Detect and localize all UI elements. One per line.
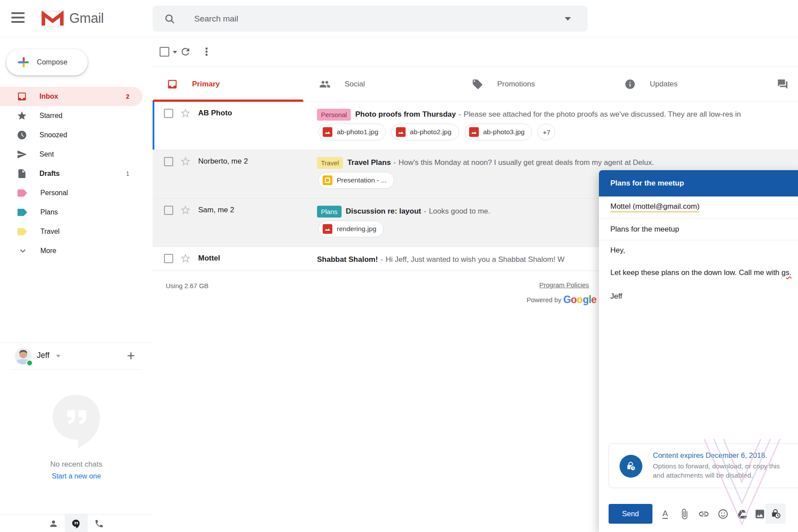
inbox-icon (167, 79, 178, 90)
drive-icon[interactable] (737, 508, 748, 520)
new-chat-plus-icon[interactable]: + (127, 346, 135, 365)
compose-header[interactable]: Plans for the meetup (599, 170, 798, 196)
lock-clock-icon (620, 455, 642, 478)
email-snippet: Hi Jeff, Just wanted to wish you a Shabb… (386, 255, 565, 264)
email-snippet: How's this Monday at noon? I usually get… (399, 158, 654, 167)
hangouts-tab[interactable] (65, 514, 88, 532)
compose-subject-field[interactable]: Plans for the meetup (599, 218, 798, 240)
sidebar-item-snoozed[interactable]: Snoozed (0, 125, 142, 145)
drafts-count: 1 (126, 170, 129, 177)
row-checkbox[interactable] (164, 157, 173, 166)
label-tag-icon (18, 189, 27, 197)
calls-tab[interactable] (88, 514, 110, 532)
no-recent-chats-text: No recent chats (0, 460, 153, 469)
sidebar-item-label: Snoozed (39, 131, 142, 139)
attachment-chip[interactable]: ab-photo3.jpg (465, 124, 532, 140)
formatting-options-icon[interactable]: A (659, 508, 671, 520)
attach-file-icon[interactable] (679, 508, 690, 520)
chat-profile-name[interactable]: Jeff (37, 351, 50, 360)
attachment-chip[interactable]: Presentation - ... (318, 172, 394, 189)
gmail-logo-icon (40, 10, 65, 28)
misspelled-word: gs. (781, 268, 791, 277)
sidebar-item-drafts[interactable]: Drafts 1 (0, 164, 142, 183)
attachment-chip[interactable]: rendering.jpg (318, 221, 384, 237)
more-options-icon[interactable]: ⋮ (201, 46, 212, 57)
hangouts-icon (71, 519, 81, 528)
recipient-chip[interactable]: Mottel (mottel@gmail.com) (610, 202, 699, 212)
sidebar-item-personal[interactable]: Personal (0, 183, 142, 203)
category-tabs: Primary Social Promotions Updates Forums (153, 67, 798, 102)
tab-social[interactable]: Social (305, 67, 458, 102)
more-attachments-chip[interactable]: +7 (538, 124, 555, 140)
tab-promotions[interactable]: Promotions (458, 67, 610, 102)
expiry-title: Content expires December 6, 2018. (653, 451, 767, 460)
slides-file-icon (323, 175, 332, 185)
attachment-chip[interactable]: ab-photo2.jpg (392, 124, 459, 140)
storage-usage: Using 2.67 GB (166, 282, 209, 289)
star-outline-icon[interactable] (180, 204, 191, 216)
star-outline-icon[interactable] (180, 107, 191, 119)
subject-snippet-separator: - (393, 158, 396, 167)
search-icon[interactable] (164, 13, 175, 25)
tab-updates[interactable]: Updates (610, 67, 763, 102)
expiry-detail: and attachments will be disabled. (653, 471, 753, 479)
row-checkbox[interactable] (164, 206, 173, 215)
start-new-chat-link[interactable]: Start a new one (0, 472, 153, 480)
tab-label: Primary (192, 80, 220, 89)
gmail-app: Gmail Compose Inbox 2 (0, 0, 798, 532)
label-chip-plans[interactable]: Plans (317, 206, 342, 218)
program-policies-link[interactable]: Program Policies (539, 281, 589, 289)
sidebar-item-plans[interactable]: Plans (0, 203, 142, 222)
sidebar-item-inbox[interactable]: Inbox 2 (0, 87, 142, 106)
star-outline-icon[interactable] (180, 156, 191, 167)
tag-icon (472, 79, 483, 90)
search-bar[interactable] (153, 6, 588, 32)
sidebar-item-sent[interactable]: Sent (0, 145, 142, 164)
email-subject: Shabbat Shalom! (317, 255, 378, 264)
body-line: Jeff (610, 292, 622, 301)
star-outline-icon[interactable] (180, 253, 191, 264)
chat-empty-state: No recent chats Start a new one (0, 393, 153, 480)
select-caret-icon[interactable] (173, 51, 177, 54)
insert-emoji-icon[interactable] (717, 508, 729, 520)
sidebar-item-travel[interactable]: Travel (0, 222, 142, 241)
email-sender: AB Photo (198, 109, 232, 118)
email-row-ab-photo[interactable]: AB Photo Personal Photo proofs from Thur… (153, 102, 798, 150)
sidebar-item-starred[interactable]: Starred (0, 106, 142, 125)
attachment-chip[interactable]: ab-photo1.jpg (318, 124, 386, 140)
contacts-tab[interactable] (42, 514, 65, 532)
sidebar-item-more[interactable]: More (0, 241, 142, 261)
main-menu-icon[interactable] (11, 12, 26, 25)
insert-link-icon[interactable] (698, 508, 709, 520)
search-input[interactable] (194, 6, 536, 32)
tab-primary[interactable]: Primary (153, 67, 305, 102)
subject-snippet-separator: - (424, 207, 426, 216)
attachment-chips: Presentation - ... (318, 172, 400, 189)
attachment-name: ab-photo1.jpg (337, 128, 378, 136)
send-icon (17, 149, 27, 160)
label-chip-personal[interactable]: Personal (317, 109, 351, 121)
select-all-checkbox[interactable] (160, 47, 169, 57)
row-checkbox[interactable] (164, 109, 173, 118)
tab-forums[interactable]: Forums (763, 67, 798, 102)
tab-label: Updates (650, 80, 677, 89)
profile-caret-icon[interactable] (56, 355, 61, 357)
compose-button[interactable]: Compose (6, 49, 88, 75)
confidential-mode-toggle[interactable] (766, 503, 786, 524)
compose-subject-text: Plans for the meetup (610, 225, 679, 234)
insert-photo-icon[interactable] (754, 508, 766, 520)
sidebar-item-label: Inbox (39, 93, 126, 100)
send-button[interactable]: Send (609, 504, 652, 524)
compose-to-field[interactable]: Mottel (mottel@gmail.com) (599, 196, 798, 218)
label-chip-travel[interactable]: Travel (317, 157, 343, 169)
sidebar-item-label: More (40, 247, 142, 255)
body-line: Hey, (610, 246, 625, 255)
row-checkbox[interactable] (164, 254, 173, 263)
search-options-caret-icon[interactable] (565, 17, 571, 21)
refresh-icon[interactable] (180, 46, 191, 57)
email-subject: Photo proofs from Thursday (355, 110, 456, 119)
draft-icon (17, 168, 27, 179)
email-sender: Mottel (198, 254, 220, 263)
image-file-icon (469, 127, 479, 137)
sidebar-item-label: Drafts (39, 170, 126, 178)
